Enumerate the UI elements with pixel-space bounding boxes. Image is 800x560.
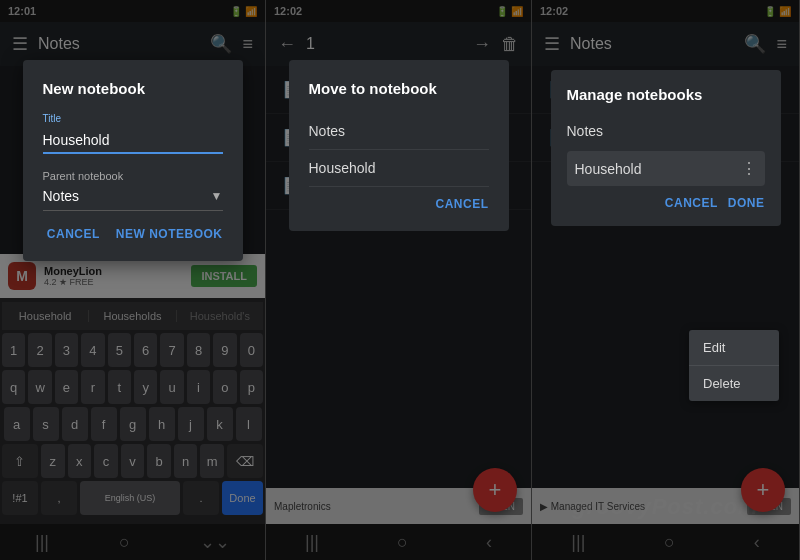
manage-item-notes[interactable]: Notes (567, 115, 765, 147)
new-notebook-dialog-box: New notebook Title Parent notebook Notes… (23, 60, 243, 261)
manage-item-household[interactable]: Household ⋮ (567, 151, 765, 186)
dialog-actions-1: CANCEL NEW NOTEBOOK (43, 227, 223, 241)
move-notebook-dialog: Move to notebook Notes Household CANCEL (266, 0, 531, 560)
manage-notebooks-dialog: Manage notebooks Notes Household ⋮ CANCE… (532, 0, 799, 560)
context-menu: Edit Delete (689, 330, 779, 401)
move-dialog-actions: CANCEL (309, 197, 489, 211)
phone-panel-3: 12:02 🔋 📶 ☰ Notes 🔍 ≡ 📄 2021 Project Pla… (532, 0, 800, 560)
new-notebook-title: New notebook (43, 80, 223, 97)
new-notebook-button[interactable]: NEW NOTEBOOK (116, 227, 223, 241)
parent-notebook-label: Parent notebook (43, 170, 223, 182)
phone-panel-2: 12:02 🔋 📶 ← 1 → 🗑 📄 2021 Project Plannin… (266, 0, 532, 560)
move-option-household[interactable]: Household (309, 150, 489, 187)
move-dialog-title: Move to notebook (309, 80, 489, 97)
manage-done-button[interactable]: DONE (728, 196, 765, 210)
new-notebook-dialog: New notebook Title Parent notebook Notes… (0, 0, 265, 560)
notebook-title-input[interactable] (43, 128, 223, 154)
manage-household-label: Household (575, 161, 642, 177)
manage-notebooks-dialog-box: Manage notebooks Notes Household ⋮ CANCE… (551, 70, 781, 226)
manage-cancel-button[interactable]: CANCEL (665, 196, 718, 210)
dropdown-arrow-icon: ▼ (211, 189, 223, 203)
move-notebook-dialog-box: Move to notebook Notes Household CANCEL (289, 60, 509, 231)
manage-notes-label: Notes (567, 123, 604, 139)
context-edit[interactable]: Edit (689, 330, 779, 366)
cancel-button-1[interactable]: CANCEL (47, 227, 100, 241)
title-label: Title (43, 113, 223, 124)
manage-title: Manage notebooks (567, 86, 765, 103)
context-delete[interactable]: Delete (689, 366, 779, 401)
manage-item-more-icon[interactable]: ⋮ (741, 159, 757, 178)
move-option-notes[interactable]: Notes (309, 113, 489, 150)
move-cancel-button[interactable]: CANCEL (436, 197, 489, 211)
manage-dialog-actions: CANCEL DONE (567, 196, 765, 210)
parent-notebook-value: Notes (43, 188, 80, 204)
parent-notebook-select[interactable]: Notes ▼ (43, 188, 223, 211)
phone-panel-1: 12:01 🔋 📶 ☰ Notes 🔍 ≡ New notebook Title… (0, 0, 266, 560)
